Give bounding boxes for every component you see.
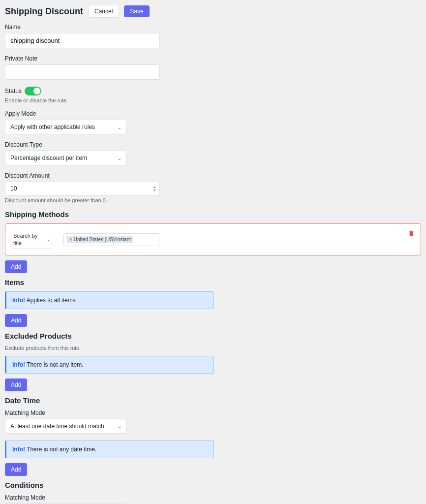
trash-icon[interactable] — [408, 230, 415, 237]
status-hint: Enable or disable the rule. — [5, 97, 421, 103]
discount-amount-input[interactable] — [5, 182, 160, 195]
stepper-up-icon[interactable]: ▲ — [151, 185, 158, 189]
apply-mode-label: Apply Mode — [5, 110, 421, 117]
chip-remove-icon[interactable]: × — [69, 237, 72, 242]
quantity-stepper[interactable]: ▲ ▼ — [151, 184, 158, 193]
stepper-down-icon[interactable]: ▼ — [151, 189, 158, 192]
status-label: Status — [5, 88, 22, 94]
info-label: Info! — [12, 297, 25, 304]
info-text: There is not any date time. — [25, 446, 96, 453]
conditions-heading: Conditions — [5, 481, 421, 489]
shipping-search-by-label: Search by title — [13, 233, 38, 246]
excluded-desc: Exclude products from this rule. — [5, 345, 421, 351]
date-info-box: Info! There is not any date time. — [5, 441, 214, 458]
status-toggle[interactable] — [25, 87, 41, 95]
discount-amount-label: Discount Amount — [5, 172, 421, 179]
date-time-heading: Date Time — [5, 396, 421, 405]
private-note-label: Private Note — [5, 55, 421, 62]
shipping-search-by-select[interactable]: Search by title ⌄ — [12, 230, 52, 249]
add-excluded-button[interactable]: Add — [5, 378, 27, 391]
shipping-method-chip: × United States (US):Instant — [67, 236, 133, 243]
shipping-methods-panel: Search by title ⌄ × United States (US):I… — [5, 223, 421, 255]
discount-amount-hint: Discount amount should be greater than 0… — [5, 197, 421, 203]
name-label: Name — [5, 24, 421, 31]
date-matching-mode-label: Matching Mode — [5, 410, 421, 416]
info-text: Applies to all items — [25, 297, 76, 304]
date-matching-mode-select[interactable]: At least one date time should match — [5, 419, 126, 434]
shipping-methods-heading: Shipping Methods — [5, 210, 421, 219]
shipping-methods-tag-input[interactable]: × United States (US):Instant — [63, 233, 159, 246]
cancel-button[interactable]: Cancel — [88, 5, 119, 18]
chevron-down-icon: ⌄ — [47, 237, 51, 242]
page-title: Shipping Discount — [5, 6, 83, 17]
info-label: Info! — [12, 361, 25, 368]
discount-type-label: Discount Type — [5, 141, 421, 148]
info-text: There is not any item. — [25, 361, 84, 368]
private-note-input[interactable] — [5, 64, 160, 80]
name-input[interactable] — [5, 33, 160, 48]
chip-label: United States (US):Instant — [74, 237, 131, 242]
add-shipping-method-button[interactable]: Add — [5, 260, 27, 273]
excluded-products-heading: Excluded Products — [5, 332, 421, 340]
add-date-time-button[interactable]: Add — [5, 463, 27, 476]
info-label: Info! — [12, 446, 25, 453]
save-button[interactable]: Save — [124, 5, 149, 17]
cond-matching-mode-label: Matching Mode — [5, 494, 421, 501]
excluded-info-box: Info! There is not any item. — [5, 356, 214, 374]
add-item-button[interactable]: Add — [5, 314, 27, 327]
items-info-box: Info! Applies to all items — [5, 291, 214, 309]
discount-type-select[interactable]: Percentage discount per item — [5, 151, 126, 165]
items-heading: Items — [5, 278, 421, 286]
apply-mode-select[interactable]: Apply with other applicable rules — [5, 120, 126, 134]
